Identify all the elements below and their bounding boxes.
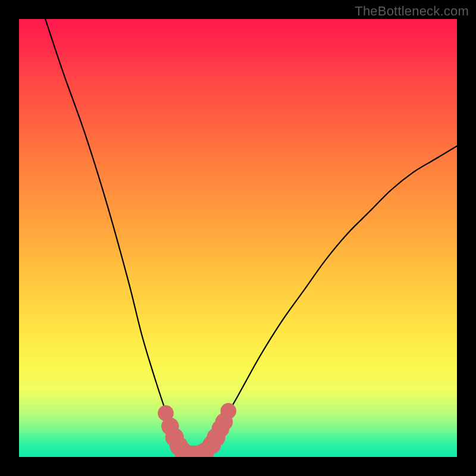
highlight-marker — [170, 437, 188, 455]
highlight-marker — [220, 403, 236, 419]
highlight-marker — [183, 446, 201, 457]
highlight-marker — [212, 419, 230, 437]
highlight-marker — [158, 405, 174, 421]
highlight-marker — [207, 428, 226, 446]
watermark-text: TheBottleneck.com — [355, 4, 469, 19]
highlight-marker — [161, 418, 179, 436]
highlight-markers — [158, 403, 236, 457]
highlight-marker — [202, 436, 221, 454]
bottleneck-curve-line — [45, 19, 457, 455]
highlight-marker — [178, 445, 197, 457]
highlight-marker — [165, 428, 184, 446]
bottleneck-chart-svg — [19, 19, 457, 457]
highlight-marker — [196, 443, 214, 457]
highlight-marker — [187, 446, 206, 457]
highlight-marker — [174, 443, 192, 457]
chart-plot-area — [19, 19, 457, 457]
highlight-marker — [192, 444, 210, 457]
highlight-marker — [215, 413, 233, 431]
